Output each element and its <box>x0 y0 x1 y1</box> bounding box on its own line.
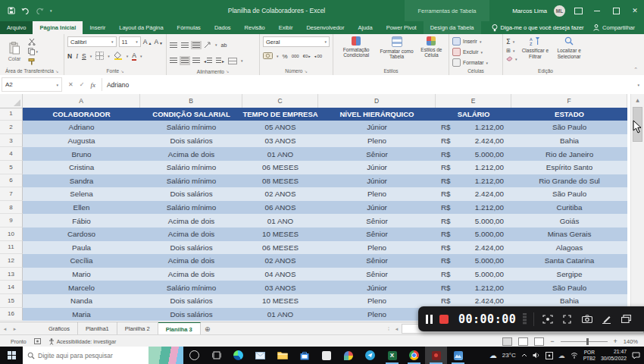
clipboard-dialog-launcher-icon[interactable]: ↘ <box>55 69 58 74</box>
formula-input[interactable]: Adriano <box>102 81 638 89</box>
table-cell[interactable]: Santa Catarina <box>511 254 627 268</box>
table-cell[interactable]: 02 ANOS <box>242 187 318 201</box>
excel-taskbar-icon[interactable]: X <box>381 347 403 364</box>
number-format-select[interactable]: Geral▾ <box>263 36 330 47</box>
table-cell[interactable]: Paula <box>23 241 140 255</box>
table-cell[interactable]: R$2.424,00 <box>436 134 511 148</box>
table-cell[interactable]: Acima de dois <box>140 254 242 268</box>
underline-icon[interactable]: S <box>82 52 86 60</box>
number-dialog-launcher-icon[interactable]: ↘ <box>304 69 307 74</box>
zoom-slider[interactable] <box>561 341 608 342</box>
table-cell[interactable]: Júnior <box>318 161 436 174</box>
increase-decimal-icon[interactable]: €0▸ <box>303 54 311 58</box>
table-cell[interactable]: São Paulo <box>511 281 627 294</box>
table-cell[interactable]: Sênior <box>318 254 436 268</box>
select-all-corner[interactable] <box>0 94 23 108</box>
onedrive-icon[interactable]: ☁ <box>558 352 565 359</box>
tab-split-handle[interactable]: ⁞ <box>386 326 392 331</box>
italic-icon[interactable]: I <box>76 52 78 60</box>
action-center-icon[interactable] <box>632 352 640 359</box>
percent-style-icon[interactable]: % <box>283 53 288 60</box>
ribbon-tab-dados[interactable]: Dados <box>208 21 238 34</box>
table-cell[interactable]: R$5.000,00 <box>436 268 511 281</box>
column-header-E[interactable]: E <box>436 94 511 108</box>
format-as-table-button[interactable]: Formatar como Tabela <box>378 36 415 67</box>
font-size-select[interactable]: 11▾ <box>119 36 141 47</box>
fullscreen-icon[interactable] <box>561 315 574 324</box>
minimize-icon[interactable] <box>591 5 603 17</box>
table-header-cell[interactable]: ESTADO <box>511 108 627 121</box>
table-cell[interactable]: 08 MESES <box>242 174 318 188</box>
align-right-icon[interactable] <box>192 58 200 64</box>
fill-button[interactable]: ⊞▾ <box>506 48 517 54</box>
row-number-5[interactable]: 5 <box>0 161 23 174</box>
table-cell[interactable]: R$1.212,00 <box>436 174 511 188</box>
autosum-button[interactable]: Σ▾ <box>506 38 517 46</box>
table-cell[interactable]: Sênior <box>318 214 436 228</box>
draw-pen-icon[interactable] <box>600 315 613 324</box>
tray-expand-icon[interactable] <box>521 353 527 357</box>
sheet-tab-planilha-3[interactable]: Planilha 3 <box>158 322 201 335</box>
table-cell[interactable]: Sênior <box>318 228 436 241</box>
orientation-icon[interactable] <box>204 38 211 52</box>
table-cell[interactable]: Nanda <box>23 294 140 308</box>
ribbon-tab-arquivo[interactable]: Arquivo <box>0 21 33 34</box>
stop-recording-icon[interactable] <box>439 315 449 324</box>
table-cell[interactable]: Sergipe <box>511 268 627 281</box>
table-cell[interactable]: Júnior <box>318 281 436 294</box>
insert-cells-button[interactable]: Inserir▾ <box>452 37 499 46</box>
borders-icon[interactable] <box>95 49 104 63</box>
sheet-nav-right-icon[interactable]: ▸ <box>10 322 20 335</box>
name-box[interactable]: A2▾ <box>2 77 62 92</box>
table-cell[interactable]: Minas Gerais <box>511 228 627 241</box>
cell-styles-button[interactable]: Estilos de Célula <box>417 36 445 67</box>
table-cell[interactable]: Bruno <box>23 147 140 161</box>
row-number-3[interactable]: 3 <box>0 134 23 148</box>
photos-app-icon[interactable] <box>447 347 469 364</box>
cancel-entry-icon[interactable]: ✕ <box>68 81 73 88</box>
table-cell[interactable]: R$5.000,00 <box>436 147 511 161</box>
ribbon-tab-pagina-inicial[interactable]: Página Inicial <box>33 21 83 34</box>
table-cell[interactable]: R$1.212,00 <box>436 201 511 215</box>
table-cell[interactable]: Júnior <box>318 174 436 188</box>
table-cell[interactable]: Ellen <box>23 201 140 215</box>
hscroll-left-icon[interactable]: ◂ <box>392 326 402 332</box>
table-cell[interactable]: Acima de dois <box>140 228 242 241</box>
table-cell[interactable]: 01 ANO <box>242 147 318 161</box>
sheet-nav-left-icon[interactable]: ◂ <box>0 322 10 335</box>
sheet-tab-graficos[interactable]: Gráficos <box>41 322 78 335</box>
table-cell[interactable]: Rio Grande do Sul <box>511 174 627 188</box>
column-header-B[interactable]: B <box>140 94 242 108</box>
network-icon[interactable] <box>571 352 578 359</box>
language-indicator[interactable]: PORPTB2 <box>583 350 596 361</box>
table-cell[interactable]: Sênior <box>318 268 436 281</box>
mail-icon[interactable] <box>249 347 271 364</box>
table-cell[interactable]: Dois salários <box>140 294 242 308</box>
table-cell[interactable]: 10 MESES <box>242 228 318 241</box>
row-number-12[interactable]: 12 <box>0 254 23 268</box>
table-cell[interactable]: Cecília <box>23 254 140 268</box>
table-cell[interactable]: Dois salários <box>140 241 242 255</box>
conditional-formatting-button[interactable]: Formatação Condicional <box>336 36 376 67</box>
task-view-icon[interactable] <box>205 347 227 364</box>
share-button[interactable]: Compartilhar <box>593 21 635 34</box>
collapse-ribbon-icon[interactable]: ⌃ <box>633 67 638 73</box>
row-number-14[interactable]: 14 <box>0 281 23 294</box>
paste-button[interactable]: Colar <box>3 36 26 67</box>
table-cell[interactable]: 04 ANOS <box>242 268 318 281</box>
table-cell[interactable]: R$2.424,00 <box>436 241 511 255</box>
table-cell[interactable]: Dois salários <box>140 187 242 201</box>
table-cell[interactable]: São Paulo <box>511 187 627 201</box>
table-cell[interactable]: Adriano <box>23 121 140 134</box>
table-header-cell[interactable]: COLABORADOR <box>23 108 140 121</box>
table-cell[interactable]: 06 MESES <box>242 161 318 174</box>
decrease-decimal-icon[interactable]: ◂00 <box>314 54 322 58</box>
sheet-tab-planilha-2[interactable]: Planilha 2 <box>117 322 158 335</box>
table-cell[interactable]: 01 ANO <box>242 214 318 228</box>
maximize-icon[interactable] <box>610 5 622 17</box>
sort-filter-button[interactable]: AZ Classificar e Filtrar <box>520 36 552 67</box>
table-cell[interactable]: R$1.212,00 <box>436 121 511 134</box>
table-cell[interactable]: Cardoso <box>23 228 140 241</box>
table-cell[interactable]: Marcelo <box>23 281 140 294</box>
wrap-text-icon[interactable]: ab <box>221 42 227 48</box>
